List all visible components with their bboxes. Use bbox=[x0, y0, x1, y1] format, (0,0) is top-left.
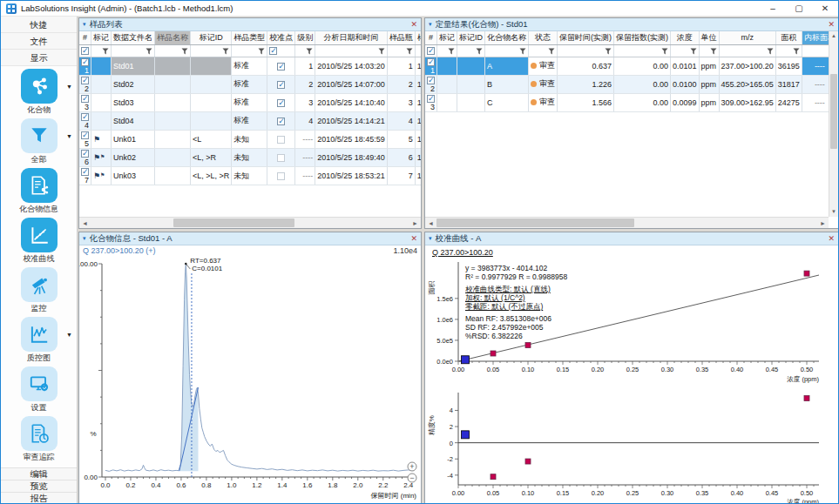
filter-cell[interactable] bbox=[699, 44, 719, 57]
filter-cell[interactable] bbox=[671, 44, 700, 57]
filter-cell[interactable] bbox=[802, 44, 829, 57]
column-header[interactable]: 样品瓶 bbox=[387, 31, 415, 44]
residual-point[interactable] bbox=[804, 396, 809, 401]
filter-funnel-icon[interactable] bbox=[258, 48, 265, 55]
checkbox[interactable] bbox=[277, 118, 285, 125]
filter-cell[interactable] bbox=[415, 44, 421, 57]
column-header[interactable]: 标记ID bbox=[191, 31, 232, 44]
filter-cell[interactable] bbox=[558, 44, 614, 57]
column-header[interactable]: 浓度 bbox=[671, 31, 700, 44]
scroll-left-icon[interactable]: ◄ bbox=[425, 220, 436, 226]
column-header[interactable]: 样品量 bbox=[415, 31, 421, 44]
checkbox[interactable] bbox=[277, 154, 285, 162]
table-row[interactable]: 2B审查1.2260.000.0100ppm455.20>165.0531817… bbox=[425, 75, 829, 93]
panel-close-icon[interactable]: ✕ bbox=[828, 235, 835, 243]
table-row[interactable]: 3C审查1.5660.000.0099ppm309.00>162.9524275… bbox=[425, 93, 829, 111]
column-header[interactable]: 标记 bbox=[91, 31, 112, 44]
checkbox[interactable] bbox=[81, 131, 89, 139]
filter-funnel-icon[interactable] bbox=[406, 48, 413, 55]
scroll-down-icon[interactable]: ▼ bbox=[829, 207, 838, 217]
residual-point[interactable] bbox=[525, 459, 531, 464]
minimize-button[interactable]: – bbox=[760, 1, 786, 16]
checkbox[interactable] bbox=[277, 81, 285, 89]
collapse-caret-icon[interactable]: ▾ bbox=[83, 21, 86, 28]
checkbox[interactable] bbox=[427, 58, 435, 66]
filter-funnel-icon[interactable] bbox=[690, 48, 697, 55]
chevron-down-icon[interactable]: ▼ bbox=[66, 133, 72, 139]
filter-funnel-icon[interactable] bbox=[767, 48, 774, 55]
filter-cell[interactable] bbox=[614, 44, 671, 57]
column-header[interactable]: 样品类型 bbox=[232, 31, 267, 44]
filter-funnel-icon[interactable] bbox=[793, 48, 800, 55]
filter-funnel-icon[interactable] bbox=[222, 48, 229, 55]
column-header[interactable]: 化合物名称 bbox=[485, 31, 529, 44]
scrollbar-thumb[interactable] bbox=[436, 218, 634, 227]
filter-funnel-icon[interactable] bbox=[476, 48, 483, 55]
filter-funnel-icon[interactable] bbox=[448, 48, 455, 55]
scroll-left-icon[interactable]: ◄ bbox=[79, 220, 91, 226]
table-row[interactable]: 6⚑⚑Unk02<L, >R未知----2010/5/25 18:49:4061 bbox=[79, 149, 421, 167]
sidebar-tab-bottom-2[interactable]: 预览 bbox=[1, 480, 77, 492]
checkbox[interactable] bbox=[269, 47, 277, 55]
checkbox[interactable] bbox=[277, 172, 285, 180]
filter-funnel-icon[interactable] bbox=[181, 48, 188, 55]
checkbox[interactable] bbox=[81, 113, 89, 121]
filter-cell[interactable] bbox=[315, 44, 388, 57]
cal-point[interactable] bbox=[804, 271, 809, 276]
filter-cell[interactable] bbox=[295, 44, 315, 57]
column-header[interactable]: 内标面积 bbox=[802, 31, 829, 44]
checkbox[interactable] bbox=[277, 136, 285, 144]
residual-point-selected[interactable] bbox=[462, 431, 470, 439]
column-header[interactable]: 级别 bbox=[295, 31, 315, 44]
column-header[interactable]: 数据文件名 bbox=[112, 31, 155, 44]
filter-cell[interactable] bbox=[91, 44, 112, 57]
filter-cell[interactable] bbox=[112, 44, 155, 57]
filter-funnel-icon[interactable] bbox=[548, 48, 555, 55]
table-row[interactable]: 4Std04标准42010/5/25 14:14:2141 bbox=[79, 111, 421, 130]
column-header[interactable]: 样品名称 bbox=[155, 31, 191, 44]
checkbox[interactable] bbox=[81, 168, 89, 176]
column-header[interactable]: 保留时间(实测) bbox=[558, 31, 614, 44]
vertical-scrollbar[interactable]: ▲ ▼ bbox=[829, 31, 838, 217]
table-row[interactable]: 5⚑Unk01<L未知----2010/5/25 18:45:5951 bbox=[79, 131, 421, 149]
filter-cell[interactable] bbox=[529, 44, 558, 57]
checkbox[interactable] bbox=[427, 47, 435, 55]
filter-cell[interactable] bbox=[775, 44, 802, 57]
tool-button-qc-chart[interactable]: 质控图▼ bbox=[1, 317, 77, 366]
panel-close-icon[interactable]: ✕ bbox=[410, 21, 417, 29]
checkbox[interactable] bbox=[81, 150, 89, 158]
column-header[interactable]: 面积 bbox=[775, 31, 802, 44]
horizontal-scrollbar[interactable]: ◄ ► bbox=[79, 217, 421, 228]
chevron-down-icon[interactable]: ▼ bbox=[66, 332, 72, 338]
sidebar-tab-2[interactable]: 文件 bbox=[1, 33, 77, 50]
sidebar-tab-bottom-1[interactable]: 编辑 bbox=[1, 467, 77, 480]
checkbox[interactable] bbox=[81, 47, 89, 55]
checkbox[interactable] bbox=[81, 77, 89, 84]
tool-button-compound-info[interactable]: 化合物信息 bbox=[1, 168, 77, 218]
collapse-caret-icon[interactable]: ▾ bbox=[83, 235, 86, 242]
column-header[interactable]: 状态 bbox=[529, 31, 558, 44]
table-row[interactable]: 3Std03标准32010/5/25 14:10:4031 bbox=[79, 93, 421, 111]
sidebar-tab-1[interactable]: 快捷 bbox=[1, 17, 77, 33]
zoom-out-icon[interactable]: − bbox=[408, 474, 416, 482]
cal-point-selected[interactable] bbox=[462, 356, 470, 364]
chevron-down-icon[interactable]: ▼ bbox=[66, 84, 72, 90]
cal-setting-link[interactable]: 零截距: 默认 (不过原点) bbox=[465, 302, 657, 311]
filter-cell[interactable] bbox=[387, 44, 415, 57]
tool-button-settings[interactable]: 设置 bbox=[1, 366, 77, 416]
filter-funnel-icon[interactable] bbox=[519, 48, 526, 55]
scrollbar-thumb[interactable] bbox=[173, 218, 294, 227]
cal-setting-link[interactable]: 加权: 默认 (1/C^2) bbox=[465, 293, 657, 302]
close-button[interactable]: ✕ bbox=[812, 1, 838, 16]
residual-point[interactable] bbox=[491, 474, 496, 480]
table-row[interactable]: 2Std02标准22010/5/25 14:07:0021 bbox=[79, 75, 421, 93]
scrollbar-thumb[interactable] bbox=[830, 74, 837, 149]
cal-point[interactable] bbox=[525, 342, 531, 347]
collapse-caret-icon[interactable]: ▾ bbox=[429, 235, 432, 242]
table-row[interactable]: 1Std01标准12010/5/25 14:03:2011 bbox=[79, 57, 421, 75]
tool-button-molecule[interactable]: 化合物▼ bbox=[1, 69, 77, 118]
filter-funnel-icon[interactable] bbox=[145, 48, 152, 55]
filter-cell[interactable] bbox=[232, 44, 267, 57]
scroll-right-icon[interactable]: ► bbox=[817, 220, 829, 226]
checkbox[interactable] bbox=[81, 58, 89, 66]
